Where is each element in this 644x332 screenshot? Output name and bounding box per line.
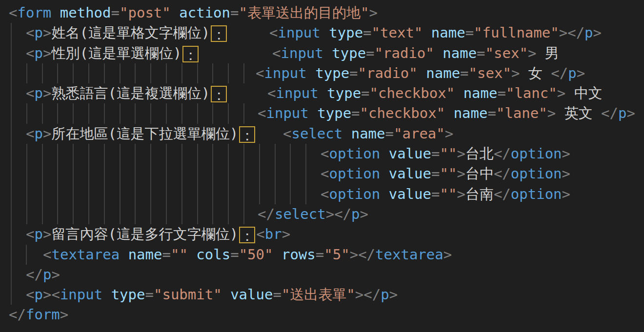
punctuation-token: = <box>385 125 394 142</box>
indent-guide <box>88 184 89 204</box>
indent-guide <box>73 103 74 123</box>
code-line[interactable]: <option value="">台北</option> <box>0 144 644 164</box>
punctuation-token: > <box>326 206 334 222</box>
code-line[interactable]: </form> <box>0 305 644 325</box>
indent-guide <box>120 144 121 164</box>
text-token <box>380 186 388 202</box>
attribute-token: name <box>431 24 465 41</box>
tag-token: option <box>329 145 380 162</box>
punctuation-token: > <box>43 286 51 303</box>
text-token <box>418 65 426 81</box>
indent-guide <box>26 184 27 204</box>
indent-guide <box>181 144 182 164</box>
indent-guide <box>120 63 121 83</box>
indent-guide <box>150 63 151 83</box>
punctuation-token: = <box>460 65 468 81</box>
punctuation-token: </ <box>494 165 511 182</box>
string-token: "sex" <box>485 45 528 61</box>
tag-token: option <box>511 165 562 182</box>
indent-guide <box>228 103 229 123</box>
punctuation-token: < <box>269 24 278 41</box>
code-line[interactable]: <p>熟悉語言(這是複選欄位)：<input type="checkbox" n… <box>0 83 644 103</box>
code-segment: <p>所在地區(這是下拉選單欄位)： <box>26 124 256 144</box>
indent-guide <box>228 164 229 184</box>
indent-guide <box>104 204 105 224</box>
punctuation-token: </ <box>494 186 511 202</box>
indent-guide <box>181 204 182 224</box>
indent-guide <box>73 184 74 204</box>
punctuation-token: < <box>267 85 276 101</box>
attribute-token: type <box>315 65 349 81</box>
text-token <box>309 105 317 121</box>
text-token <box>380 145 388 162</box>
tag-token: p <box>43 266 51 283</box>
punctuation-token: = <box>162 246 170 263</box>
indent-guide <box>120 204 121 224</box>
code-segment: <option value="">台北</option> <box>321 144 570 164</box>
indent-guide <box>26 103 27 123</box>
punctuation-token: > <box>360 206 368 222</box>
code-line[interactable]: <p>所在地區(這是下拉選單欄位)：<select name="area"> <box>0 124 644 144</box>
punctuation-token: = <box>431 186 440 202</box>
text-token: 女 <box>520 65 551 81</box>
indent-guide <box>243 164 244 184</box>
code-line[interactable]: <p><input type="submit" value="送出表單"></p… <box>0 285 644 305</box>
code-segment: <textarea name="" cols="50" rows="5"></t… <box>43 245 452 265</box>
code-line[interactable]: <form method="post" action="表單送出的目的地"> <box>0 3 644 23</box>
tag-token: textarea <box>375 246 443 263</box>
indent-guide <box>11 285 12 305</box>
punctuation-token: = <box>465 24 474 41</box>
attribute-token: type <box>329 24 363 41</box>
indent-guide <box>275 164 276 184</box>
indent-guide <box>73 63 74 83</box>
code-line[interactable]: <input type="radio" name="sex"> 女 </p> <box>0 63 644 83</box>
code-editor[interactable]: <form method="post" action="表單送出的目的地"><p… <box>0 0 644 332</box>
attribute-token: name <box>454 105 488 121</box>
code-line[interactable]: <p>留言內容(這是多行文字欄位)：<br> <box>0 224 644 244</box>
indent-guide <box>26 63 27 83</box>
code-line[interactable]: <p>性別(這是單選欄位)：<input type="radio" name="… <box>0 43 644 63</box>
tag-token: input <box>281 45 323 61</box>
indent-guide <box>88 63 89 83</box>
text-token <box>423 24 431 41</box>
indent-guide <box>197 204 198 224</box>
code-line[interactable]: <option value="">台南</option> <box>0 184 644 204</box>
punctuation-token: > <box>457 165 465 182</box>
indent-guide <box>181 63 182 83</box>
tag-token: br <box>265 226 282 242</box>
code-line[interactable]: <option value="">台中</option> <box>0 164 644 184</box>
indent-guide <box>166 144 167 164</box>
text-token: 熟悉語言(這是複選欄位) <box>51 85 210 101</box>
tag-token: form <box>17 4 51 21</box>
punctuation-token: > <box>43 45 51 61</box>
punctuation-token: </ <box>26 266 43 283</box>
highlighted-colon-token: ： <box>239 126 255 143</box>
tag-token: p <box>381 286 389 303</box>
tag-token: form <box>26 306 60 323</box>
indent-guide <box>42 184 43 204</box>
punctuation-token: = <box>145 286 154 303</box>
attribute-token: cols <box>196 246 230 263</box>
indent-guide <box>11 83 12 103</box>
text-token <box>307 65 315 81</box>
indent-guide <box>150 204 151 224</box>
indent-guide <box>212 103 213 123</box>
indent-guide <box>259 144 260 164</box>
text-token <box>434 45 443 61</box>
tag-token: option <box>329 186 380 202</box>
indent-guide <box>290 184 291 204</box>
indent-guide <box>135 164 136 184</box>
code-line[interactable]: <p>姓名(這是單格文字欄位)：<input type="text" name=… <box>0 23 644 43</box>
code-line[interactable]: </p> <box>0 265 644 285</box>
attribute-token: type <box>317 105 351 121</box>
code-line[interactable]: </select></p> <box>0 204 644 224</box>
tag-token: option <box>511 145 562 162</box>
indent-guide <box>11 23 12 43</box>
attribute-token: method <box>60 4 111 21</box>
indent-guide <box>88 164 89 184</box>
tag-token: p <box>351 206 360 222</box>
code-line[interactable]: <input type="checkbox" name="lane"> 英文 <… <box>0 103 644 123</box>
code-line[interactable]: <textarea name="" cols="50" rows="5"></t… <box>0 245 644 265</box>
punctuation-token: </ <box>494 145 511 162</box>
string-token: "5" <box>324 246 349 263</box>
